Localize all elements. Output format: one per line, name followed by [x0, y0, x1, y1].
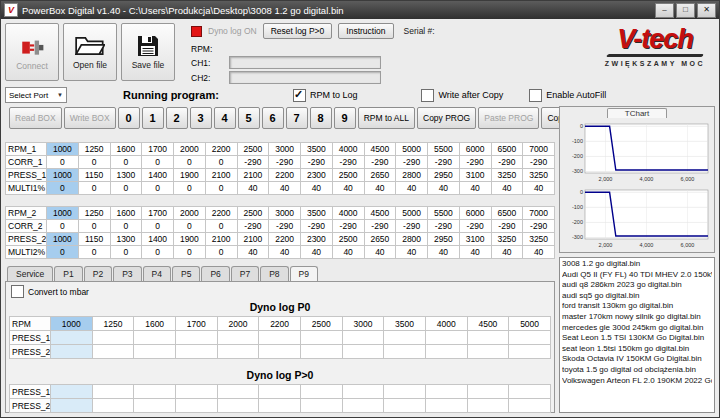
- table-cell[interactable]: 40: [428, 246, 460, 259]
- table-cell[interactable]: 0: [78, 182, 110, 195]
- copy-prog-button[interactable]: Copy PROG: [417, 107, 476, 129]
- table-cell[interactable]: 2000: [174, 207, 206, 220]
- table-cell[interactable]: [342, 399, 384, 413]
- digit-button-5[interactable]: 5: [238, 107, 260, 129]
- tab-p7[interactable]: P7: [231, 266, 259, 281]
- table-cell[interactable]: 3000: [269, 207, 301, 220]
- table-cell[interactable]: 4000: [425, 317, 467, 331]
- table-cell[interactable]: 2100: [205, 233, 237, 246]
- table-cell[interactable]: 3250: [491, 169, 523, 182]
- table-cell[interactable]: [134, 385, 176, 399]
- table-cell[interactable]: [384, 345, 426, 359]
- table-cell[interactable]: 40: [332, 246, 364, 259]
- table-cell[interactable]: 2000: [217, 317, 259, 331]
- table-cell[interactable]: 3250: [491, 233, 523, 246]
- table-cell[interactable]: [384, 331, 426, 345]
- table-cell[interactable]: [425, 345, 467, 359]
- table-cell[interactable]: -290: [396, 156, 428, 169]
- table-cell[interactable]: 40: [269, 182, 301, 195]
- table-cell[interactable]: 4000: [332, 207, 364, 220]
- table-cell[interactable]: 2100: [237, 169, 269, 182]
- table-cell[interactable]: 2950: [428, 169, 460, 182]
- table-cell[interactable]: [342, 385, 384, 399]
- table-cell[interactable]: 1300: [110, 233, 142, 246]
- table-cell[interactable]: 1250: [92, 317, 134, 331]
- table-cell[interactable]: [300, 399, 342, 413]
- table-cell[interactable]: 40: [459, 182, 491, 195]
- file-list-item[interactable]: ford transit 130km go digital.bin: [562, 301, 712, 312]
- file-list-item[interactable]: audi sq5 go digital.bin: [562, 291, 712, 302]
- table-cell[interactable]: 2500: [332, 169, 364, 182]
- table-cell[interactable]: [51, 385, 93, 399]
- paste-prog-button[interactable]: Paste PROG: [478, 107, 539, 129]
- table-cell[interactable]: [51, 345, 93, 359]
- table-cell[interactable]: [217, 345, 259, 359]
- close-button[interactable]: ✕: [697, 3, 716, 18]
- table-cell[interactable]: 1700: [142, 207, 174, 220]
- table-cell[interactable]: 5500: [428, 143, 460, 156]
- table-cell[interactable]: 1000: [47, 169, 79, 182]
- file-list-item[interactable]: 3008 1.2 go digital.bin: [562, 259, 712, 270]
- table-cell[interactable]: [217, 399, 259, 413]
- table-cell[interactable]: 2200: [269, 233, 301, 246]
- table-cell[interactable]: 3000: [342, 317, 384, 331]
- table-cell[interactable]: [217, 385, 259, 399]
- file-list-item[interactable]: master 170km nowy silnik go digital.bin: [562, 312, 712, 323]
- table-cell[interactable]: [92, 385, 134, 399]
- maximize-button[interactable]: □: [676, 3, 695, 18]
- table-cell[interactable]: [342, 331, 384, 345]
- table-cell[interactable]: 0: [174, 246, 206, 259]
- table-cell[interactable]: 2800: [396, 233, 428, 246]
- table-cell[interactable]: [467, 385, 509, 399]
- table-cell[interactable]: [134, 345, 176, 359]
- table-cell[interactable]: 0: [78, 156, 110, 169]
- table-cell[interactable]: 6500: [491, 207, 523, 220]
- table-cell[interactable]: -290: [459, 156, 491, 169]
- table-cell[interactable]: 0: [47, 156, 79, 169]
- table-cell[interactable]: [175, 345, 217, 359]
- table-cell[interactable]: 0: [205, 156, 237, 169]
- table-cell[interactable]: 2500: [300, 317, 342, 331]
- write-box-button[interactable]: Write BOX: [64, 107, 116, 129]
- table-cell[interactable]: [425, 331, 467, 345]
- table-cell[interactable]: 4500: [364, 207, 396, 220]
- table-cell[interactable]: -290: [491, 220, 523, 233]
- table-cell[interactable]: [300, 345, 342, 359]
- table-cell[interactable]: 0: [110, 156, 142, 169]
- table-cell[interactable]: [467, 345, 509, 359]
- table-cell[interactable]: [467, 331, 509, 345]
- table-cell[interactable]: 40: [364, 182, 396, 195]
- select-port-dropdown[interactable]: Select Port ▼: [5, 87, 67, 103]
- table-cell[interactable]: 1150: [78, 233, 110, 246]
- tab-p5[interactable]: P5: [172, 266, 200, 281]
- table-cell[interactable]: -290: [523, 156, 555, 169]
- table-cell[interactable]: 2300: [301, 169, 333, 182]
- digit-button-4[interactable]: 4: [214, 107, 236, 129]
- table-cell[interactable]: 1300: [110, 169, 142, 182]
- table-cell[interactable]: 0: [47, 246, 79, 259]
- rpm-to-log-checkbox[interactable]: RPM to Log: [293, 89, 358, 102]
- table-cell[interactable]: 2500: [332, 233, 364, 246]
- table-cell[interactable]: 2300: [301, 233, 333, 246]
- file-list-item[interactable]: seat leon 1.5tsi 150km go digital.bin: [562, 344, 712, 355]
- file-list-item[interactable]: Audi Q5 II (FY FL) 40 TDI MHEV 2.0 150kW…: [562, 270, 712, 281]
- table-cell[interactable]: 1000: [51, 317, 93, 331]
- file-list-item[interactable]: toyota 1.5 go digital od obciążenia.bin: [562, 365, 712, 376]
- table-cell[interactable]: -290: [428, 156, 460, 169]
- file-list-item[interactable]: audi q8 286km 2023 go digital.bin: [562, 280, 712, 291]
- table-cell[interactable]: -290: [332, 156, 364, 169]
- digit-button-1[interactable]: 1: [142, 107, 164, 129]
- tab-p9[interactable]: P9: [290, 266, 318, 281]
- instruction-button[interactable]: Instruction: [338, 23, 393, 39]
- table-cell[interactable]: [92, 331, 134, 345]
- table-cell[interactable]: [509, 345, 551, 359]
- table-cell[interactable]: 3100: [459, 233, 491, 246]
- table-cell[interactable]: -290: [301, 220, 333, 233]
- digit-button-3[interactable]: 3: [190, 107, 212, 129]
- digit-button-8[interactable]: 8: [310, 107, 332, 129]
- table-cell[interactable]: [217, 331, 259, 345]
- table-cell[interactable]: -290: [237, 156, 269, 169]
- table-cell[interactable]: 6000: [459, 143, 491, 156]
- table-cell[interactable]: 40: [459, 246, 491, 259]
- table-cell[interactable]: [509, 331, 551, 345]
